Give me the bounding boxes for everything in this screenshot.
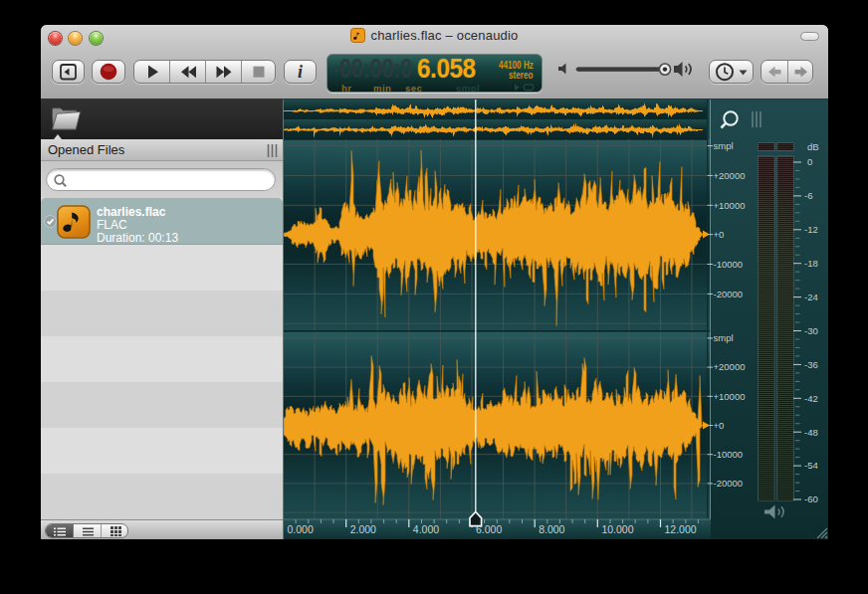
svg-text:+10000: +10000: [714, 391, 746, 402]
svg-text:-10000: -10000: [714, 449, 744, 460]
svg-text:+0: +0: [714, 229, 725, 240]
svg-text:-60: -60: [804, 494, 818, 504]
svg-text:-36: -36: [804, 359, 818, 370]
svg-text:+20000: +20000: [714, 170, 746, 181]
svg-text:+0: +0: [714, 420, 725, 431]
svg-text:+10000: +10000: [714, 200, 746, 211]
svg-text:0: 0: [807, 156, 812, 167]
svg-text:-42: -42: [804, 393, 818, 404]
svg-text:-54: -54: [804, 460, 818, 471]
svg-text:4.000: 4.000: [413, 523, 439, 535]
svg-text:8.000: 8.000: [539, 523, 564, 535]
svg-text:-12: -12: [804, 224, 818, 235]
svg-text:10.000: 10.000: [601, 523, 633, 535]
svg-text:dB: dB: [807, 141, 819, 152]
svg-text:12.000: 12.000: [665, 523, 697, 535]
svg-text:-10000: -10000: [714, 259, 744, 270]
svg-text:smpl: smpl: [714, 332, 734, 343]
svg-text:0.000: 0.000: [288, 523, 314, 535]
svg-text:smpl: smpl: [714, 140, 734, 151]
svg-text:-20000: -20000: [714, 289, 744, 299]
svg-text:-48: -48: [804, 427, 818, 438]
svg-text:-30: -30: [804, 325, 818, 336]
svg-text:-6: -6: [804, 190, 812, 201]
svg-text:-24: -24: [804, 292, 818, 302]
svg-text:-20000: -20000: [714, 478, 744, 489]
svg-text:+20000: +20000: [714, 361, 746, 372]
svg-text:2.000: 2.000: [350, 523, 376, 535]
svg-text:-18: -18: [804, 258, 818, 269]
